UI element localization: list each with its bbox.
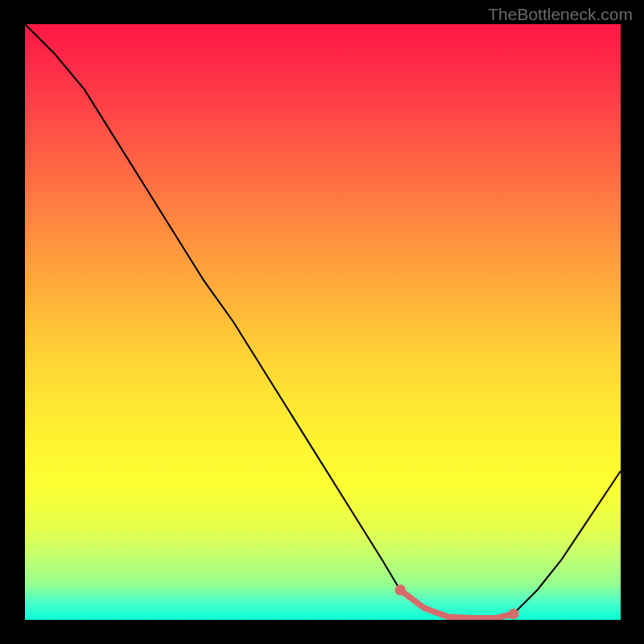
svg-point-0 [395,584,406,595]
optimal-region-highlight [25,24,621,620]
svg-point-1 [508,609,518,619]
chart-plot-area [25,24,621,620]
watermark-text: TheBottleneck.com [488,5,633,24]
